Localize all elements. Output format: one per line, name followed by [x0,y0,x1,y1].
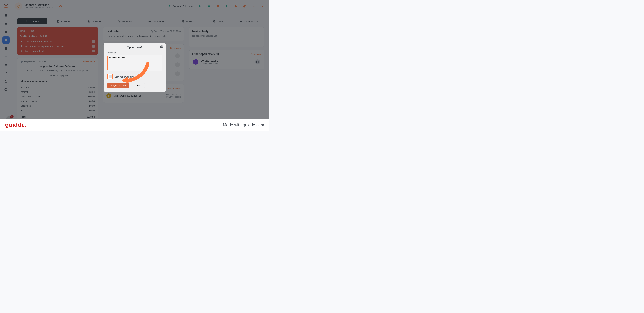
message-textarea[interactable] [108,55,162,71]
made-with-text: Made with guidde.com [223,122,264,127]
start-workflow-checkbox-row: Start main workflow [108,74,162,80]
message-label: Message [108,52,162,54]
guidde-footer: guidde Made with guidde.com [0,119,269,131]
guidde-logo: guidde [5,121,26,128]
modal-close-button[interactable]: ✕ [160,45,164,49]
modal-title: Open case? [108,46,162,49]
cancel-button[interactable]: Cancel [131,83,144,88]
modal-overlay: ✕ Open case? Message Start main workflow… [0,0,269,131]
confirm-open-case-button[interactable]: Yes, open case [108,83,129,88]
start-workflow-checkbox[interactable] [108,74,113,80]
start-workflow-label: Start main workflow [114,76,134,78]
open-case-modal: ✕ Open case? Message Start main workflow… [104,43,166,92]
